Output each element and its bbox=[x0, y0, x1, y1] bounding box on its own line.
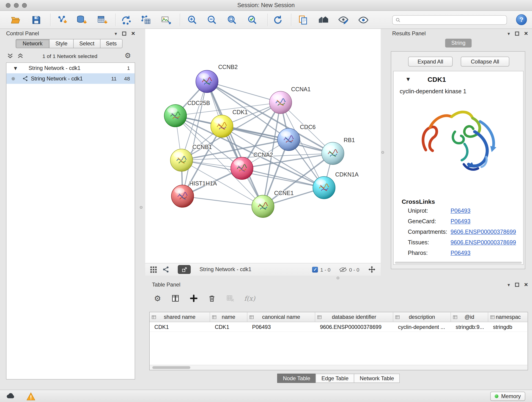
tab-sets[interactable]: Sets bbox=[100, 39, 123, 48]
hide-annotations-icon[interactable] bbox=[337, 14, 349, 26]
cloud-tasks-icon[interactable] bbox=[6, 392, 16, 401]
tab-string[interactable]: String bbox=[445, 39, 472, 48]
zoom-in-icon[interactable] bbox=[186, 14, 198, 26]
zoom-selected-icon[interactable] bbox=[246, 14, 259, 26]
network-collection-row[interactable]: ▼ String Network - cdk1 1 bbox=[6, 63, 135, 73]
panel-close-icon[interactable]: × bbox=[131, 30, 135, 37]
add-column-icon[interactable] bbox=[189, 294, 198, 303]
refresh-layout-icon[interactable] bbox=[272, 14, 284, 26]
tab-select[interactable]: Select bbox=[73, 39, 100, 48]
birdseye-grid-icon[interactable] bbox=[150, 266, 157, 274]
import-table-icon[interactable] bbox=[96, 14, 108, 26]
warning-icon[interactable] bbox=[26, 392, 36, 402]
table-row[interactable]: CDK1 CDK1 P06493 9606.ENSP00000378699 cy… bbox=[150, 322, 528, 332]
network-graph[interactable]: CCNB2CCNA1CDC25BCDK1CDC6RB1CCNB1CCNA2CDK… bbox=[145, 29, 381, 263]
cell-shared-name[interactable]: CDK1 bbox=[150, 322, 210, 332]
panel-close-icon[interactable]: × bbox=[524, 281, 528, 288]
splitter-handle[interactable] bbox=[336, 277, 339, 279]
crosslink-pharos-link[interactable]: P06493 bbox=[451, 250, 471, 257]
gene-collapse-icon[interactable]: ▼ bbox=[406, 77, 410, 81]
network-node-RB1[interactable]: RB1 bbox=[322, 137, 355, 165]
network-row-selected[interactable]: String Network - cdk1 11 48 bbox=[6, 73, 135, 84]
table-horizontal-scrollbar[interactable] bbox=[150, 365, 528, 370]
collapse-all-icon[interactable] bbox=[6, 52, 14, 61]
network-overview-icon[interactable] bbox=[162, 266, 170, 274]
crosslink-genecard-link[interactable]: P06493 bbox=[451, 218, 471, 225]
panel-close-icon[interactable]: × bbox=[524, 30, 528, 37]
crosslink-label: Tissues: bbox=[408, 239, 429, 246]
function-builder-icon[interactable]: f(x) bbox=[244, 294, 256, 303]
expand-all-button[interactable]: Expand All bbox=[408, 57, 452, 66]
panel-float-icon[interactable] bbox=[515, 32, 519, 36]
control-panel-title: Control Panel bbox=[6, 31, 39, 37]
selected-nodes-checkbox[interactable] bbox=[312, 267, 318, 272]
gene-name: CDK1 bbox=[428, 76, 446, 83]
column-icon bbox=[152, 315, 156, 319]
network-status-dot bbox=[12, 77, 15, 80]
node-label: CCNB2 bbox=[218, 64, 238, 70]
crosslink-tissues-link[interactable]: 9606.ENSP00000378699 bbox=[451, 239, 516, 246]
tree-expanded-icon[interactable]: ▼ bbox=[14, 66, 17, 70]
network-options-gear-icon[interactable]: ⚙ bbox=[123, 52, 133, 60]
splitter-handle[interactable] bbox=[381, 151, 384, 154]
results-panel: Results Panel ▾ × String Expand All Coll… bbox=[385, 29, 532, 277]
node-label: RB1 bbox=[344, 137, 355, 143]
panel-dock-icon[interactable]: ▾ bbox=[114, 31, 117, 36]
show-columns-icon[interactable] bbox=[171, 294, 180, 303]
open-in-window-button[interactable] bbox=[178, 265, 191, 274]
zoom-out-icon[interactable] bbox=[206, 14, 218, 26]
node-label: CDC6 bbox=[300, 124, 316, 130]
import-network-file-icon[interactable] bbox=[56, 14, 68, 26]
panel-float-icon[interactable] bbox=[122, 32, 126, 36]
move-tool-icon[interactable] bbox=[367, 265, 376, 274]
splitter-handle[interactable] bbox=[140, 206, 143, 209]
home-networks-icon[interactable] bbox=[317, 14, 329, 26]
cell-description[interactable]: cyclin-dependent ... bbox=[393, 322, 451, 332]
panel-dock-icon[interactable]: ▾ bbox=[507, 31, 510, 36]
network-node-CCNA1[interactable]: CCNA1 bbox=[269, 86, 311, 114]
network-node-CCNB1[interactable]: CCNB1 bbox=[170, 144, 212, 172]
network-node-CDK1[interactable]: CDK1 bbox=[211, 109, 248, 138]
cell-database-identifier[interactable]: 9606.ENSP00000378699 bbox=[315, 322, 393, 332]
expand-all-icon[interactable] bbox=[16, 52, 25, 61]
network-canvas[interactable]: CCNB2CCNA1CDC25BCDK1CDC6RB1CCNB1CCNA2CDK… bbox=[145, 29, 381, 263]
node-count: 11 bbox=[111, 75, 117, 82]
open-session-icon[interactable] bbox=[9, 14, 22, 26]
results-scrollbar[interactable] bbox=[395, 262, 522, 264]
panel-float-icon[interactable] bbox=[515, 283, 519, 287]
table-options-gear-icon[interactable]: ⚙ bbox=[153, 294, 162, 303]
crosslink-uniprot-link[interactable]: P06493 bbox=[451, 208, 471, 215]
search-input[interactable] bbox=[403, 17, 503, 23]
network-from-table-icon[interactable] bbox=[140, 14, 152, 26]
network-node-HIST1H1A[interactable]: HIST1H1A bbox=[171, 180, 217, 207]
show-annotations-icon[interactable] bbox=[357, 14, 369, 26]
help-button[interactable]: ? bbox=[516, 14, 527, 25]
crosslink-compartments-link[interactable]: 9606.ENSP00000378699 bbox=[451, 229, 516, 236]
selected-nodes-counter: 1 - 0 bbox=[320, 267, 330, 272]
network-node-CDC6[interactable]: CDC6 bbox=[278, 124, 316, 151]
tab-network-table[interactable]: Network Table bbox=[354, 374, 400, 383]
panel-dock-icon[interactable]: ▾ bbox=[507, 282, 510, 287]
crosslinks-title: CrossLinks bbox=[402, 198, 435, 205]
export-image-icon[interactable] bbox=[160, 14, 172, 26]
save-session-icon[interactable] bbox=[30, 14, 42, 26]
cell-canonical-name[interactable]: P06493 bbox=[247, 322, 315, 332]
import-network-database-icon[interactable] bbox=[75, 14, 88, 26]
tab-network[interactable]: Network bbox=[16, 39, 50, 48]
collapse-all-button[interactable]: Collapse All bbox=[461, 57, 509, 66]
scrollbar-thumb[interactable] bbox=[152, 366, 190, 369]
hidden-elements-counter: 0 - 0 bbox=[349, 267, 359, 272]
cell-name[interactable]: CDK1 bbox=[210, 322, 247, 332]
tab-style[interactable]: Style bbox=[49, 39, 74, 48]
tab-edge-table[interactable]: Edge Table bbox=[316, 374, 354, 383]
tab-node-table[interactable]: Node Table bbox=[277, 374, 316, 383]
cell-namespace[interactable]: stringdb bbox=[488, 322, 528, 332]
duplicate-style-icon[interactable] bbox=[297, 14, 309, 26]
network-node-CDC25B[interactable]: CDC25B bbox=[164, 100, 210, 127]
cell-id[interactable]: stringdb:9... bbox=[451, 322, 488, 332]
zoom-fit-icon[interactable] bbox=[226, 14, 238, 26]
delete-column-icon[interactable] bbox=[207, 294, 216, 303]
new-network-icon[interactable] bbox=[120, 14, 132, 26]
network-node-CDKN1A[interactable]: CDKN1A bbox=[313, 171, 359, 199]
memory-button[interactable]: Memory bbox=[490, 392, 525, 401]
